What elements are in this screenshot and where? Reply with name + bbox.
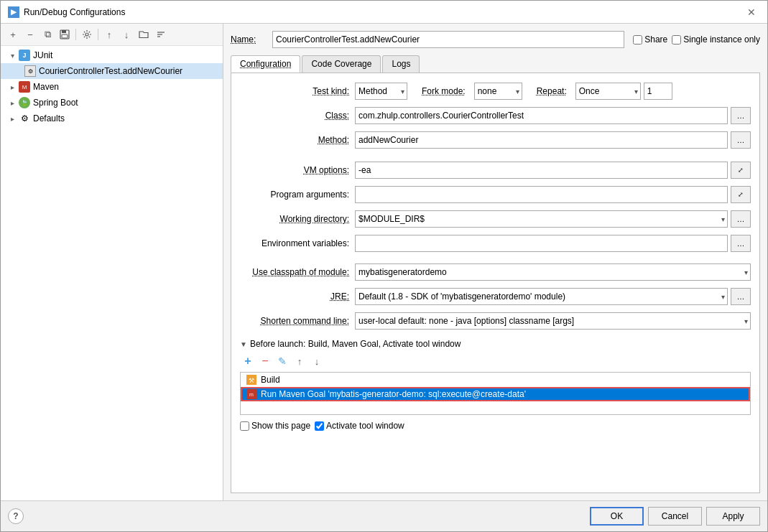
vm-options-expand-button[interactable]: ⤢: [731, 162, 751, 179]
working-dir-select[interactable]: $MODULE_DIR$: [355, 210, 728, 228]
svg-point-3: [85, 33, 88, 36]
show-page-checkbox[interactable]: [240, 421, 249, 431]
program-args-expand-button[interactable]: ⤢: [731, 186, 751, 203]
working-dir-browse-button[interactable]: …: [731, 210, 751, 228]
bl-remove-button[interactable]: −: [257, 353, 273, 369]
program-args-controls: ⤢: [355, 186, 751, 203]
cancel-button[interactable]: Cancel: [648, 507, 702, 526]
shorten-select-wrapper[interactable]: user-local default: none - java [options…: [355, 312, 751, 330]
vm-options-controls: ⤢: [355, 162, 751, 179]
add-config-button[interactable]: +: [5, 27, 21, 42]
move-up-button[interactable]: ↑: [101, 27, 117, 42]
test-kind-controls: Method Class Package Fork mode: none met…: [355, 83, 751, 100]
tree-item-junit[interactable]: ▾ J JUnit: [1, 47, 223, 63]
ok-button[interactable]: OK: [590, 507, 644, 526]
save-config-button[interactable]: [57, 27, 73, 42]
classpath-select-wrapper[interactable]: mybatisgeneratordemo: [355, 263, 751, 281]
program-args-input[interactable]: [355, 186, 728, 203]
fork-mode-select-wrapper[interactable]: none method class: [474, 83, 522, 100]
activate-window-checkbox[interactable]: [315, 421, 324, 431]
method-input[interactable]: [355, 131, 728, 149]
new-folder-button[interactable]: [136, 27, 152, 42]
remove-config-button[interactable]: −: [22, 27, 38, 42]
sort-button[interactable]: [153, 27, 169, 42]
sidebar-toolbar: + − ⧉ ↑ ↓: [1, 24, 223, 46]
fork-mode-label: Fork mode:: [422, 86, 466, 96]
jre-browse-button[interactable]: …: [731, 288, 751, 305]
bl-move-down-button[interactable]: ↓: [309, 353, 325, 369]
move-down-button[interactable]: ↓: [119, 27, 134, 42]
tab-code-coverage[interactable]: Code Coverage: [302, 55, 381, 73]
working-dir-label: Working directory:: [240, 214, 355, 224]
test-kind-select[interactable]: Method Class Package: [355, 83, 407, 100]
share-checkbox[interactable]: [633, 35, 642, 45]
apply-button[interactable]: Apply: [706, 507, 760, 526]
defaults-expand-arrow[interactable]: ▸: [6, 115, 18, 123]
share-checkbox-label[interactable]: Share: [633, 34, 667, 45]
maven-goal-icon: m: [246, 389, 256, 399]
class-controls: …: [355, 107, 751, 124]
class-input[interactable]: [355, 107, 728, 124]
junit-expand-arrow[interactable]: ▾: [6, 52, 18, 60]
tree-item-spring-boot[interactable]: ▸ 🍃 Spring Boot: [1, 95, 223, 111]
bl-move-up-button[interactable]: ↑: [292, 353, 307, 369]
show-page-checkbox-label[interactable]: Show this page: [240, 421, 310, 431]
maven-label: Maven: [33, 82, 59, 92]
bl-item-build[interactable]: ⚒ Build: [241, 373, 750, 387]
classpath-label: Use classpath of module:: [240, 267, 355, 277]
single-instance-checkbox-label[interactable]: Single instance only: [672, 34, 760, 45]
repeat-count-input[interactable]: [644, 83, 672, 100]
classpath-select[interactable]: mybatisgeneratordemo: [355, 263, 751, 281]
activate-window-checkbox-label[interactable]: Activate tool window: [315, 421, 404, 431]
repeat-select[interactable]: Once N Times Until Failure: [575, 83, 641, 100]
fork-mode-select[interactable]: none method class: [474, 83, 522, 100]
bl-edit-button[interactable]: ✎: [274, 353, 290, 369]
bl-item-maven-goal[interactable]: m Run Maven Goal 'mybatis-generator-demo…: [241, 387, 750, 401]
settings-button[interactable]: [79, 27, 95, 42]
tree-item-maven[interactable]: ▸ M Maven: [1, 79, 223, 95]
close-button[interactable]: ✕: [743, 5, 760, 19]
spring-boot-icon: 🍃: [18, 96, 31, 109]
env-vars-input[interactable]: [355, 235, 728, 252]
class-label: Class:: [240, 111, 355, 121]
shorten-select[interactable]: user-local default: none - java [options…: [355, 312, 751, 330]
vm-options-input[interactable]: [355, 162, 728, 179]
help-button[interactable]: ?: [8, 508, 24, 524]
separator-2: [98, 29, 98, 40]
single-instance-label: Single instance only: [683, 34, 760, 45]
repeat-label: Repeat:: [537, 86, 567, 96]
bottom-bar: ? OK Cancel Apply: [1, 500, 767, 531]
before-launch-collapse-arrow[interactable]: ▼: [240, 340, 247, 348]
jre-select[interactable]: Default (1.8 - SDK of 'mybatisgeneratord…: [355, 288, 728, 305]
env-vars-label: Environment variables:: [240, 238, 355, 248]
courier-test-icon: ⚙: [24, 65, 37, 78]
jre-label: JRE:: [240, 291, 355, 302]
tree-item-defaults[interactable]: ▸ ⚙ Defaults: [1, 111, 223, 126]
working-dir-select-wrapper[interactable]: $MODULE_DIR$: [355, 210, 728, 228]
tab-configuration[interactable]: Configuration: [231, 55, 300, 73]
share-label: Share: [644, 34, 667, 45]
tree-item-courier-test[interactable]: ⚙ CourierControllerTest.addNewCourier: [1, 63, 223, 79]
class-browse-button[interactable]: …: [731, 107, 751, 124]
tab-logs[interactable]: Logs: [382, 55, 420, 73]
method-browse-button[interactable]: …: [731, 131, 751, 149]
junit-label: JUnit: [33, 50, 52, 60]
classpath-row: Use classpath of module: mybatisgenerato…: [240, 263, 751, 281]
name-label: Name:: [231, 34, 267, 45]
repeat-select-wrapper[interactable]: Once N Times Until Failure: [575, 83, 641, 100]
share-row: Share Single instance only: [633, 34, 760, 45]
env-vars-browse-button[interactable]: …: [731, 235, 751, 252]
jre-select-wrapper[interactable]: Default (1.8 - SDK of 'mybatisgeneratord…: [355, 288, 728, 305]
spring-boot-expand-arrow[interactable]: ▸: [6, 99, 18, 107]
courier-test-label: CourierControllerTest.addNewCourier: [39, 66, 182, 76]
tabs-bar: Configuration Code Coverage Logs: [231, 55, 760, 73]
bl-add-button[interactable]: +: [240, 353, 256, 369]
maven-expand-arrow[interactable]: ▸: [6, 83, 18, 91]
bottom-left: ?: [8, 508, 24, 524]
vm-options-row: VM options: ⤢: [240, 161, 751, 179]
single-instance-checkbox[interactable]: [672, 35, 681, 45]
copy-config-button[interactable]: ⧉: [40, 27, 55, 42]
main-window: ▶ Run/Debug Configurations ✕ + − ⧉ ↑ ↓: [0, 0, 768, 532]
test-kind-select-wrapper[interactable]: Method Class Package: [355, 83, 407, 100]
name-input[interactable]: [272, 31, 624, 48]
